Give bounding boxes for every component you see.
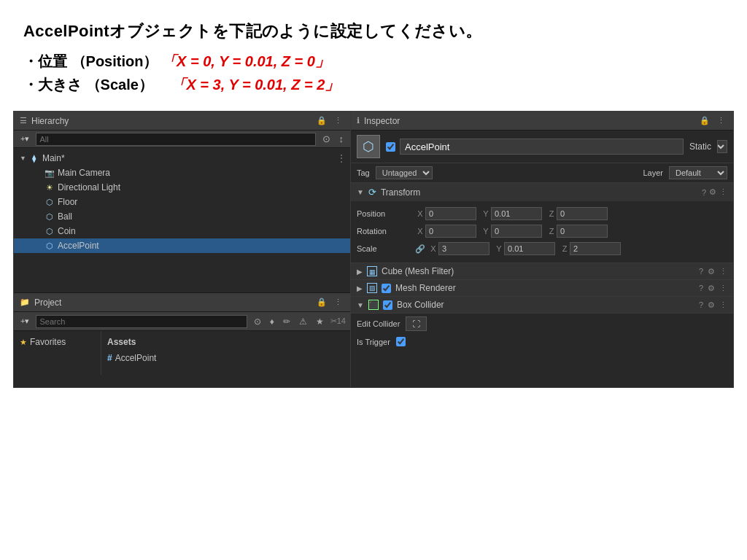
hierarchy-item-ball[interactable]: ⬡ Ball: [14, 209, 350, 224]
boxcollider-help[interactable]: ?: [699, 300, 703, 309]
transform-help-icon[interactable]: ?: [702, 188, 706, 197]
hierarchy-item-main[interactable]: ▼ ⧫ Main* ⋮: [14, 151, 350, 166]
hierarchy-item-dirlight[interactable]: ☀ Directional Light: [14, 180, 350, 195]
cube-icon-accelpoint: ⬡: [44, 241, 55, 251]
meshrenderer-help[interactable]: ?: [699, 284, 703, 292]
transform-name: Transform: [381, 187, 697, 198]
scale-y-input[interactable]: [504, 242, 555, 255]
tag-layer-row: Tag Untagged Layer Default: [351, 163, 733, 183]
assets-title: Assets: [107, 334, 344, 350]
hierarchy-add-button[interactable]: +▾: [18, 133, 31, 144]
transform-fields: Position X Y Z Rotation X Y: [351, 201, 733, 262]
project-header: 📁 Project 🔒 ⋮: [14, 293, 350, 312]
star-icon: ★: [20, 338, 27, 347]
script-icon: #: [107, 353, 112, 363]
position-z-input[interactable]: [557, 207, 608, 220]
hierarchy-item-floor[interactable]: ⬡ Floor: [14, 195, 350, 209]
edit-collider-button[interactable]: ⛶: [406, 316, 427, 331]
scale-x-input[interactable]: [438, 242, 489, 255]
project-more-icon[interactable]: ⋮: [332, 297, 344, 308]
layer-label: Layer: [643, 168, 663, 177]
bullet-2: ・大きさ: [23, 77, 82, 93]
inspector-more-icon[interactable]: ⋮: [715, 115, 727, 126]
hierarchy-item-main-label: Main*: [42, 153, 65, 163]
project-add-button[interactable]: +▾: [18, 316, 31, 327]
hierarchy-item-more[interactable]: ⋮: [337, 153, 346, 163]
project-search-input[interactable]: [36, 315, 247, 328]
position-x-axis: X: [415, 209, 425, 218]
rotation-label: Rotation: [357, 227, 415, 236]
meshrenderer-icon: ▨: [367, 283, 377, 293]
instructions-section: AccelPointオブジェクトを下記のように設定してください。 ・位置 （Po…: [0, 0, 747, 111]
scale-z-input[interactable]: [570, 242, 621, 255]
boxcollider-name: Box Collider: [397, 300, 694, 310]
project-icon3[interactable]: ✏: [281, 316, 293, 327]
tag-label: Tag: [357, 168, 370, 177]
value-scale: 「X = 3, Y = 0.01, Z = 2」: [171, 77, 339, 93]
boxcollider-checkbox[interactable]: [383, 300, 392, 310]
boxcollider-more[interactable]: ⋮: [719, 300, 727, 310]
box-collider-row[interactable]: ▼ ⬛ Box Collider ? ⚙ ⋮: [351, 297, 733, 314]
position-label: Position: [357, 209, 415, 218]
meshrenderer-checkbox[interactable]: [382, 284, 391, 293]
meshfilter-settings[interactable]: ⚙: [708, 267, 715, 276]
is-trigger-row: Is Trigger: [351, 334, 733, 349]
rotation-x-input[interactable]: [425, 225, 476, 238]
scale-z-axis: Z: [560, 244, 570, 253]
rotation-y-axis: Y: [481, 227, 491, 236]
scale-x-axis: X: [428, 244, 438, 253]
label-scale-en: （Scale）: [86, 77, 168, 93]
hierarchy-item-maincamera[interactable]: 📷 Main Camera: [14, 166, 350, 180]
meshrenderer-name: Mesh Renderer: [395, 283, 694, 293]
hierarchy-item-maincamera-label: Main Camera: [58, 168, 110, 178]
project-icon2[interactable]: ♦: [268, 316, 276, 327]
scale-label: Scale: [357, 244, 415, 253]
position-y-input[interactable]: [491, 207, 542, 220]
rotation-x-axis: X: [415, 227, 425, 236]
inspector-panel: ℹ Inspector 🔒 ⋮ ⬡ Static ▾: [351, 112, 733, 387]
hierarchy-filter-icon[interactable]: ⊙: [320, 133, 333, 145]
project-lock-icon[interactable]: 🔒: [314, 297, 329, 308]
rotation-y-input[interactable]: [491, 225, 542, 238]
static-dropdown[interactable]: ▾: [717, 140, 727, 153]
hierarchy-search-input[interactable]: [36, 133, 315, 146]
transform-header[interactable]: ▼ ⟳ Transform ? ⚙ ⋮: [351, 183, 733, 201]
rotation-row: Rotation X Y Z: [357, 223, 727, 239]
meshrenderer-settings[interactable]: ⚙: [708, 284, 715, 293]
rotation-z-input[interactable]: [557, 225, 608, 238]
hierarchy-item-dirlight-label: Directional Light: [58, 182, 120, 192]
inspector-title: Inspector: [364, 116, 400, 126]
hierarchy-more-icon[interactable]: ⋮: [332, 115, 344, 126]
tag-dropdown[interactable]: Untagged: [376, 166, 433, 179]
hierarchy-header: ☰ Hierarchy 🔒 ⋮: [14, 112, 350, 131]
hierarchy-item-coin[interactable]: ⬡ Coin: [14, 224, 350, 238]
project-icon4[interactable]: ⚠: [297, 316, 309, 327]
mesh-renderer-row[interactable]: ▶ ▨ Mesh Renderer ? ⚙ ⋮: [351, 280, 733, 297]
position-x-input[interactable]: [425, 207, 476, 220]
hierarchy-sort-icon[interactable]: ↕: [337, 133, 347, 145]
boxcollider-settings[interactable]: ⚙: [708, 300, 715, 310]
instructions-title: AccelPointオブジェクトを下記のように設定してください。: [23, 20, 724, 42]
hierarchy-item-floor-label: Floor: [58, 197, 77, 207]
object-cube-icon: ⬡: [357, 135, 380, 158]
assets-accelpoint-label: AccelPoint: [115, 353, 157, 363]
meshfilter-more[interactable]: ⋮: [719, 267, 727, 276]
transform-settings-icon[interactable]: ⚙: [709, 187, 716, 197]
is-trigger-checkbox[interactable]: [396, 337, 406, 346]
mesh-filter-row[interactable]: ▶ ▦ Cube (Mesh Filter) ? ⚙ ⋮: [351, 263, 733, 280]
hierarchy-lock-icon[interactable]: 🔒: [314, 115, 329, 126]
project-icon1[interactable]: ⊙: [252, 316, 263, 327]
layer-dropdown[interactable]: Default: [669, 166, 727, 179]
transform-more-icon[interactable]: ⋮: [719, 187, 727, 197]
expand-icon-main: ▼: [20, 155, 26, 162]
position-z-axis: Z: [546, 209, 557, 218]
object-name-input[interactable]: [400, 139, 684, 155]
assets-accelpoint[interactable]: # AccelPoint: [107, 350, 344, 366]
inspector-lock-icon[interactable]: 🔒: [697, 115, 712, 126]
meshrenderer-more[interactable]: ⋮: [719, 284, 727, 293]
meshfilter-help[interactable]: ?: [699, 267, 703, 276]
favorites-item[interactable]: ★ Favorites: [20, 334, 95, 350]
hierarchy-item-accelpoint[interactable]: ⬡ AccelPoint: [14, 238, 350, 253]
object-active-checkbox[interactable]: [386, 142, 395, 152]
project-icon5[interactable]: ★: [314, 316, 326, 327]
